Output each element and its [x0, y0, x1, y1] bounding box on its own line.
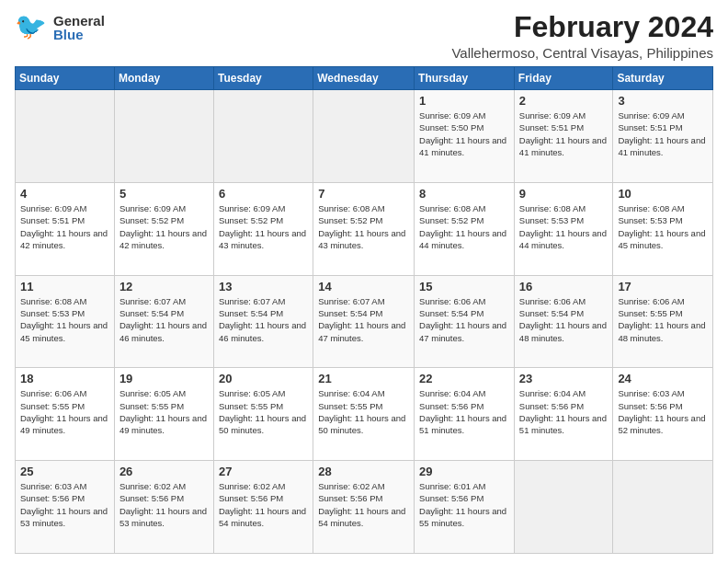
calendar-cell: 2Sunrise: 6:09 AM Sunset: 5:51 PM Daylig…	[514, 90, 613, 183]
calendar-cell: 22Sunrise: 6:04 AM Sunset: 5:56 PM Dayli…	[415, 368, 515, 461]
calendar-cell: 16Sunrise: 6:06 AM Sunset: 5:54 PM Dayli…	[514, 275, 613, 368]
calendar-week-1: 4Sunrise: 6:09 AM Sunset: 5:51 PM Daylig…	[16, 182, 713, 275]
calendar-cell: 1Sunrise: 6:09 AM Sunset: 5:50 PM Daylig…	[415, 90, 515, 183]
calendar-cell: 7Sunrise: 6:08 AM Sunset: 5:52 PM Daylig…	[313, 182, 415, 275]
calendar-cell	[613, 461, 713, 554]
calendar-cell: 17Sunrise: 6:06 AM Sunset: 5:55 PM Dayli…	[613, 275, 713, 368]
calendar-cell: 12Sunrise: 6:07 AM Sunset: 5:54 PM Dayli…	[114, 275, 213, 368]
day-info: Sunrise: 6:04 AM Sunset: 5:56 PM Dayligh…	[419, 387, 509, 436]
calendar-cell: 10Sunrise: 6:08 AM Sunset: 5:53 PM Dayli…	[613, 182, 713, 275]
col-header-sunday: Sunday	[16, 67, 115, 90]
calendar-cell	[213, 90, 313, 183]
calendar-cell: 19Sunrise: 6:05 AM Sunset: 5:55 PM Dayli…	[114, 368, 213, 461]
day-info: Sunrise: 6:06 AM Sunset: 5:54 PM Dayligh…	[519, 295, 609, 344]
logo-blue-text: Blue	[53, 28, 105, 41]
calendar-cell: 29Sunrise: 6:01 AM Sunset: 5:56 PM Dayli…	[415, 461, 515, 554]
calendar-week-4: 25Sunrise: 6:03 AM Sunset: 5:56 PM Dayli…	[16, 461, 713, 554]
logo: 🐦 General Blue	[15, 11, 105, 44]
day-number: 20	[219, 372, 308, 385]
day-number: 18	[20, 372, 109, 385]
logo-general-text: General	[53, 14, 105, 28]
col-header-wednesday: Wednesday	[313, 67, 415, 90]
day-number: 11	[20, 280, 109, 293]
day-info: Sunrise: 6:09 AM Sunset: 5:51 PM Dayligh…	[618, 109, 708, 158]
day-info: Sunrise: 6:08 AM Sunset: 5:53 PM Dayligh…	[20, 295, 109, 344]
page: 🐦 General Blue February 2024 Vallehermos…	[0, 0, 728, 563]
day-number: 23	[519, 372, 609, 385]
calendar-cell: 4Sunrise: 6:09 AM Sunset: 5:51 PM Daylig…	[16, 182, 115, 275]
calendar-cell: 3Sunrise: 6:09 AM Sunset: 5:51 PM Daylig…	[613, 90, 713, 183]
calendar-cell: 9Sunrise: 6:08 AM Sunset: 5:53 PM Daylig…	[514, 182, 613, 275]
calendar-cell	[16, 90, 115, 183]
calendar-cell: 20Sunrise: 6:05 AM Sunset: 5:55 PM Dayli…	[213, 368, 313, 461]
day-info: Sunrise: 6:01 AM Sunset: 5:56 PM Dayligh…	[419, 480, 509, 529]
col-header-tuesday: Tuesday	[213, 67, 313, 90]
day-info: Sunrise: 6:04 AM Sunset: 5:55 PM Dayligh…	[318, 387, 409, 436]
calendar-cell: 6Sunrise: 6:09 AM Sunset: 5:52 PM Daylig…	[213, 182, 313, 275]
day-number: 13	[219, 280, 308, 293]
day-info: Sunrise: 6:06 AM Sunset: 5:55 PM Dayligh…	[618, 295, 708, 344]
logo-name: General Blue	[53, 14, 105, 41]
calendar-week-0: 1Sunrise: 6:09 AM Sunset: 5:50 PM Daylig…	[16, 90, 713, 183]
day-info: Sunrise: 6:02 AM Sunset: 5:56 PM Dayligh…	[219, 480, 308, 529]
calendar-cell: 18Sunrise: 6:06 AM Sunset: 5:55 PM Dayli…	[16, 368, 115, 461]
calendar-week-2: 11Sunrise: 6:08 AM Sunset: 5:53 PM Dayli…	[16, 275, 713, 368]
day-number: 24	[618, 372, 708, 385]
day-number: 3	[618, 94, 708, 108]
calendar-cell: 24Sunrise: 6:03 AM Sunset: 5:56 PM Dayli…	[613, 368, 713, 461]
col-header-friday: Friday	[514, 67, 613, 90]
day-info: Sunrise: 6:06 AM Sunset: 5:54 PM Dayligh…	[419, 295, 509, 344]
day-number: 5	[119, 187, 209, 201]
calendar-week-3: 18Sunrise: 6:06 AM Sunset: 5:55 PM Dayli…	[16, 368, 713, 461]
day-info: Sunrise: 6:09 AM Sunset: 5:51 PM Dayligh…	[519, 109, 609, 158]
day-number: 29	[419, 465, 509, 478]
day-info: Sunrise: 6:06 AM Sunset: 5:55 PM Dayligh…	[20, 387, 109, 436]
day-number: 10	[618, 187, 708, 201]
calendar-cell: 5Sunrise: 6:09 AM Sunset: 5:52 PM Daylig…	[114, 182, 213, 275]
day-number: 22	[419, 372, 509, 385]
day-info: Sunrise: 6:07 AM Sunset: 5:54 PM Dayligh…	[318, 295, 409, 344]
day-number: 1	[419, 94, 509, 108]
day-info: Sunrise: 6:02 AM Sunset: 5:56 PM Dayligh…	[119, 480, 209, 529]
day-number: 7	[318, 187, 409, 201]
header: 🐦 General Blue February 2024 Vallehermos…	[15, 11, 713, 61]
day-info: Sunrise: 6:08 AM Sunset: 5:52 PM Dayligh…	[318, 202, 409, 251]
day-info: Sunrise: 6:05 AM Sunset: 5:55 PM Dayligh…	[219, 387, 308, 436]
day-number: 2	[519, 94, 609, 108]
day-number: 28	[318, 465, 409, 478]
title-block: February 2024 Vallehermoso, Central Visa…	[451, 11, 713, 61]
day-info: Sunrise: 6:04 AM Sunset: 5:56 PM Dayligh…	[519, 387, 609, 436]
location-subtitle: Vallehermoso, Central Visayas, Philippin…	[451, 45, 713, 61]
day-number: 25	[20, 465, 109, 478]
calendar-cell: 15Sunrise: 6:06 AM Sunset: 5:54 PM Dayli…	[415, 275, 515, 368]
day-number: 27	[219, 465, 308, 478]
day-info: Sunrise: 6:03 AM Sunset: 5:56 PM Dayligh…	[618, 387, 708, 436]
day-info: Sunrise: 6:07 AM Sunset: 5:54 PM Dayligh…	[219, 295, 308, 344]
calendar-cell: 25Sunrise: 6:03 AM Sunset: 5:56 PM Dayli…	[16, 461, 115, 554]
day-info: Sunrise: 6:02 AM Sunset: 5:56 PM Dayligh…	[318, 480, 409, 529]
day-number: 8	[419, 187, 509, 201]
day-info: Sunrise: 6:08 AM Sunset: 5:52 PM Dayligh…	[419, 202, 509, 251]
calendar-table: SundayMondayTuesdayWednesdayThursdayFrid…	[15, 66, 713, 554]
calendar-cell: 27Sunrise: 6:02 AM Sunset: 5:56 PM Dayli…	[213, 461, 313, 554]
calendar-cell: 23Sunrise: 6:04 AM Sunset: 5:56 PM Dayli…	[514, 368, 613, 461]
calendar-cell	[514, 461, 613, 554]
calendar-cell	[313, 90, 415, 183]
calendar-cell: 13Sunrise: 6:07 AM Sunset: 5:54 PM Dayli…	[213, 275, 313, 368]
calendar-cell: 28Sunrise: 6:02 AM Sunset: 5:56 PM Dayli…	[313, 461, 415, 554]
day-number: 16	[519, 280, 609, 293]
calendar-cell: 8Sunrise: 6:08 AM Sunset: 5:52 PM Daylig…	[415, 182, 515, 275]
calendar-cell	[114, 90, 213, 183]
page-title: February 2024	[451, 11, 713, 43]
day-info: Sunrise: 6:03 AM Sunset: 5:56 PM Dayligh…	[20, 480, 109, 529]
col-header-monday: Monday	[114, 67, 213, 90]
calendar-cell: 26Sunrise: 6:02 AM Sunset: 5:56 PM Dayli…	[114, 461, 213, 554]
col-header-saturday: Saturday	[613, 67, 713, 90]
day-info: Sunrise: 6:07 AM Sunset: 5:54 PM Dayligh…	[119, 295, 209, 344]
day-number: 21	[318, 372, 409, 385]
calendar-header-row: SundayMondayTuesdayWednesdayThursdayFrid…	[16, 67, 713, 90]
day-number: 4	[20, 187, 109, 201]
day-number: 17	[618, 280, 708, 293]
svg-text:🐦: 🐦	[15, 11, 47, 41]
day-number: 6	[219, 187, 308, 201]
